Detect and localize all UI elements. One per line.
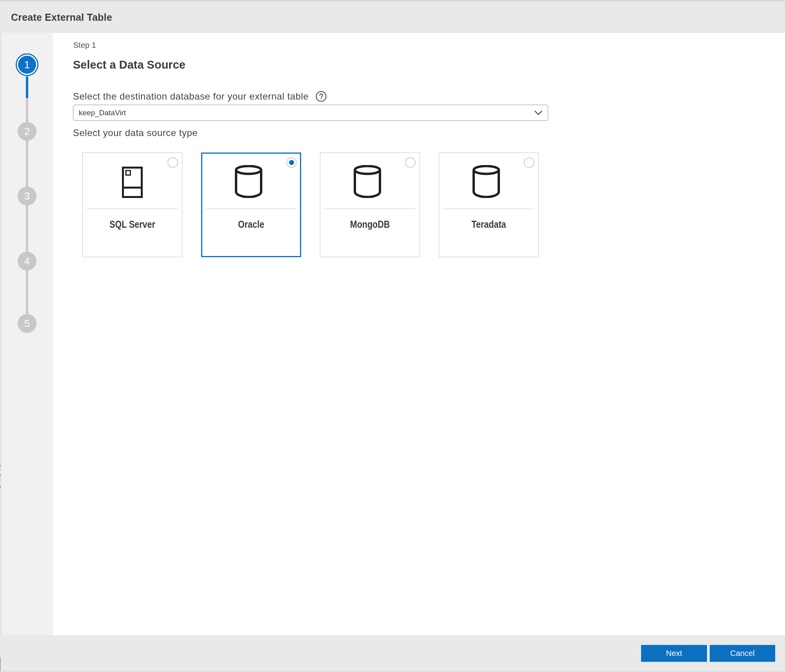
database-icon (439, 153, 538, 209)
source-card-mongodb[interactable]: MongoDB (320, 153, 420, 257)
cancel-button[interactable]: Cancel (710, 645, 775, 662)
stepper-step-2[interactable]: 2 (18, 122, 36, 141)
stepper-step-1[interactable]: 1 (16, 53, 38, 76)
data-source-cards: SQL Server Oracle (82, 153, 539, 257)
page-title: Create External Table (11, 12, 112, 23)
source-card-label: SQL Server (90, 219, 175, 230)
wizard-stepper-sidebar: 1 2 3 4 5 (1, 33, 53, 635)
background-bleed-mark (0, 657, 1, 672)
stepper-step-3[interactable]: 3 (18, 187, 36, 205)
source-card-teradata[interactable]: Teradata (439, 153, 539, 257)
background-bleed-mark (0, 486, 1, 488)
server-icon (83, 153, 182, 209)
stepper-step-4-number: 4 (24, 255, 30, 267)
wizard-header: Create External Table (0, 2, 785, 33)
create-external-table-wizard: Create External Table 1 2 3 4 5 Step 1 S… (0, 0, 785, 672)
source-card-sql-server[interactable]: SQL Server (82, 153, 182, 257)
card-divider (87, 209, 178, 209)
database-icon (320, 153, 420, 209)
page-heading: Select a Data Source (73, 58, 185, 71)
background-bleed-mark (0, 465, 1, 467)
help-circle-icon[interactable] (316, 91, 327, 102)
stepper-step-1-bubble: 1 (18, 56, 36, 74)
window-left-edge-line (1, 33, 1, 635)
source-card-label: Teradata (446, 219, 532, 230)
chevron-down-icon (534, 111, 542, 115)
next-button[interactable]: Next (641, 645, 707, 662)
stepper-step-5-number: 5 (24, 318, 30, 330)
stepper-step-4[interactable]: 4 (18, 252, 36, 271)
wizard-footer: Next Cancel (0, 635, 785, 672)
source-card-label: MongoDB (327, 219, 413, 230)
destination-database-value: keep_DataVirt (79, 109, 534, 117)
stepper-step-2-number: 2 (24, 125, 30, 138)
source-card-label: Oracle (209, 219, 293, 230)
wizard-page-content: Step 1 Select a Data Source Select the d… (53, 33, 785, 635)
card-divider (443, 209, 534, 209)
source-type-label: Select your data source type (73, 127, 198, 138)
database-icon (202, 154, 300, 209)
stepper-step-1-number: 1 (24, 59, 30, 71)
card-divider (324, 209, 416, 209)
stepper-step-5[interactable]: 5 (18, 314, 36, 333)
stepper-progress-line (26, 76, 28, 98)
background-bleed-mark (0, 474, 1, 476)
stepper-step-3-number: 3 (24, 190, 30, 202)
card-divider (205, 209, 297, 209)
destination-database-label-row: Select the destination database for your… (73, 91, 327, 102)
source-card-oracle[interactable]: Oracle (201, 153, 301, 257)
destination-database-dropdown[interactable]: keep_DataVirt (73, 105, 548, 121)
step-indicator-label: Step 1 (73, 41, 96, 50)
destination-database-label: Select the destination database for your… (73, 91, 309, 102)
